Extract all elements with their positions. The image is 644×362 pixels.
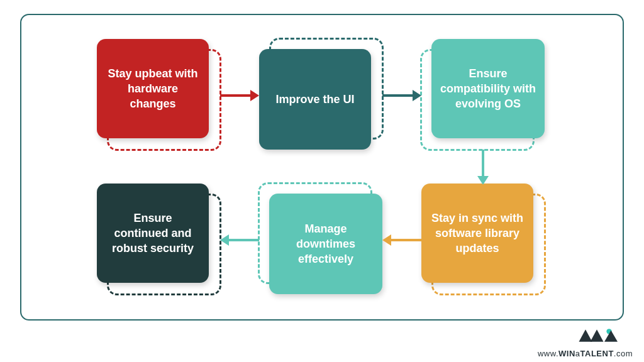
node-box: Ensure compatibility with evolving OS bbox=[431, 39, 545, 138]
brand-url-talent: TALENT bbox=[580, 349, 614, 358]
arrow-n4-n5 bbox=[382, 234, 421, 246]
diagram-frame: Stay upbeat with hardware changes Improv… bbox=[20, 14, 624, 321]
node-manage-downtimes: Manage downtimes effectively bbox=[259, 184, 382, 294]
node-box: Stay upbeat with hardware changes bbox=[97, 39, 209, 138]
node-box: Stay in sync with software library updat… bbox=[421, 184, 533, 283]
brand-url-suffix: .com bbox=[614, 349, 633, 358]
node-box: Improve the UI bbox=[259, 49, 371, 150]
node-hardware-changes: Stay upbeat with hardware changes bbox=[97, 39, 220, 150]
node-label: Manage downtimes effectively bbox=[278, 221, 374, 267]
node-box: Ensure continued and robust security bbox=[97, 184, 209, 283]
brand-url-win: WIN bbox=[558, 349, 575, 358]
brand-url: www.WINaTALENT.com bbox=[538, 349, 633, 358]
brand-url-a: a bbox=[575, 349, 580, 358]
node-label: Stay upbeat with hardware changes bbox=[106, 66, 200, 112]
brand-footer: www.WINaTALENT.com bbox=[538, 324, 633, 358]
node-label: Stay in sync with software library updat… bbox=[430, 211, 525, 256]
node-box: Manage downtimes effectively bbox=[269, 194, 382, 294]
node-os-compatibility: Ensure compatibility with evolving OS bbox=[421, 39, 545, 150]
winatalent-logo-icon bbox=[576, 324, 633, 348]
node-label: Ensure compatibility with evolving OS bbox=[440, 66, 536, 112]
node-library-updates: Stay in sync with software library updat… bbox=[421, 184, 545, 294]
arrow-n5-n6 bbox=[220, 234, 259, 246]
node-robust-security: Ensure continued and robust security bbox=[97, 184, 220, 294]
diagram-canvas: Stay upbeat with hardware changes Improv… bbox=[21, 15, 623, 319]
node-improve-ui: Improve the UI bbox=[259, 39, 382, 150]
node-label: Ensure continued and robust security bbox=[106, 211, 200, 256]
brand-url-prefix: www. bbox=[538, 349, 558, 358]
node-label: Improve the UI bbox=[275, 92, 354, 107]
arrow-n1-n2 bbox=[220, 89, 259, 102]
arrow-n2-n3 bbox=[382, 89, 421, 102]
arrow-n3-n4 bbox=[477, 150, 489, 185]
